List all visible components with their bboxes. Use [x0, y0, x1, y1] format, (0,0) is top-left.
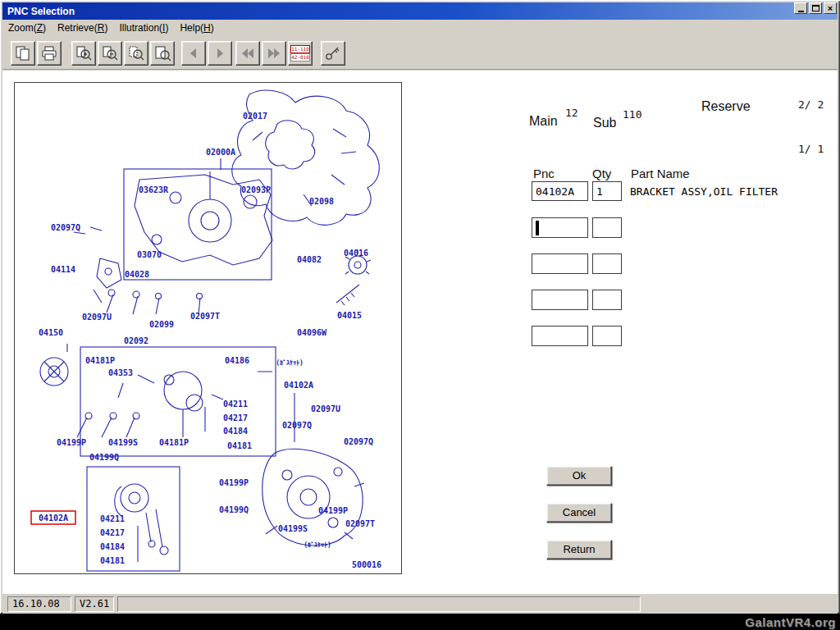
- window-title: PNC Selection: [7, 6, 75, 17]
- minimize-icon: [798, 11, 804, 12]
- first-page-button[interactable]: [235, 41, 260, 66]
- part-number-label[interactable]: 04184: [223, 427, 248, 436]
- part-number-label[interactable]: 04217: [100, 528, 125, 537]
- qty-input[interactable]: 1: [592, 181, 622, 201]
- menu-item-retrieve[interactable]: Retrieve(R): [52, 20, 113, 36]
- close-button[interactable]: ×: [824, 2, 837, 14]
- parts-diagram[interactable]: 0201702000A03623R02093P0209802097Q030700…: [14, 82, 402, 574]
- status-info: [117, 596, 641, 612]
- part-number-label[interactable]: 02092: [124, 336, 148, 345]
- main-value: 12: [565, 107, 578, 119]
- part-number-label[interactable]: 04102A: [284, 381, 313, 390]
- zoom-out-button[interactable]: [98, 41, 122, 66]
- part-number-label[interactable]: 04199S: [278, 524, 308, 533]
- next-page-button[interactable]: [208, 41, 232, 66]
- double-arrow-right-icon: [265, 44, 283, 62]
- part-number-label[interactable]: 04181P: [85, 356, 115, 365]
- qty-input[interactable]: [592, 253, 622, 274]
- part-number-label[interactable]: 04114: [51, 265, 75, 274]
- part-number-label[interactable]: 02097Q: [51, 223, 80, 232]
- ok-button[interactable]: Ok: [546, 466, 612, 486]
- pnc-input[interactable]: [532, 290, 588, 310]
- group-page-button[interactable]: 11-110 42-010: [288, 41, 313, 66]
- qty-input[interactable]: [592, 326, 622, 346]
- pnc-input[interactable]: [532, 326, 588, 346]
- part-number-label[interactable]: 500016: [352, 560, 381, 569]
- part-number-label[interactable]: 02093P: [241, 185, 271, 194]
- watermark-text: GalantVR4.org: [745, 615, 836, 629]
- part-number-label[interactable]: 04015: [337, 311, 362, 320]
- part-number-label[interactable]: 02097Q: [282, 421, 312, 430]
- part-number-label[interactable]: 04186: [225, 356, 249, 365]
- last-page-button[interactable]: [262, 41, 286, 66]
- print-icon: [40, 44, 58, 62]
- part-number-label[interactable]: 02017: [243, 112, 267, 121]
- part-number-label[interactable]: 04217: [223, 413, 248, 422]
- part-number-label[interactable]: 04181P: [159, 438, 189, 447]
- menu-item-zoom[interactable]: Zoom(Z): [2, 20, 52, 36]
- menu-item-help[interactable]: Help(H): [174, 20, 219, 36]
- part-number-label[interactable]: 04199P: [57, 438, 86, 447]
- part-number-label[interactable]: 02097T: [190, 312, 220, 321]
- menu-bar: Zoom(Z)Retrieve(R)Illutration(I)Help(H): [2, 20, 838, 36]
- qty-input[interactable]: [592, 217, 622, 238]
- pnc-value: 04102A: [536, 185, 574, 198]
- pnc-input[interactable]: [532, 217, 588, 238]
- part-number-label[interactable]: 04181: [100, 556, 125, 565]
- part-number-label[interactable]: 04211: [223, 399, 248, 409]
- pnc-input[interactable]: 04102A: [532, 181, 588, 201]
- previous-page-button[interactable]: [181, 41, 206, 66]
- illustration-select-button[interactable]: [11, 41, 35, 66]
- part-number-label[interactable]: 04199P: [219, 478, 249, 487]
- qty-input[interactable]: [592, 290, 622, 310]
- status-bar: 16.10.08 V2.61: [2, 593, 838, 614]
- part-number-label[interactable]: 04199S: [108, 438, 138, 447]
- part-number-label[interactable]: 02097T: [345, 519, 375, 528]
- part-number-label[interactable]: 04353: [108, 368, 133, 377]
- part-number-label[interactable]: 02098: [309, 197, 334, 206]
- part-number-label[interactable]: 04028: [125, 270, 149, 279]
- part-number-label[interactable]: 04096W: [297, 328, 327, 337]
- part-number-label[interactable]: 04150: [39, 328, 63, 337]
- part-number-label[interactable]: 04211: [100, 514, 125, 523]
- pages-icon: [14, 44, 32, 62]
- part-number-label[interactable]: 03623R: [139, 185, 169, 194]
- zoom-fit-button[interactable]: [150, 41, 175, 66]
- zoom-out-icon: [101, 44, 119, 62]
- sub-label: Sub: [593, 116, 616, 130]
- sub-value: 110: [623, 108, 641, 121]
- menu-item-illutration[interactable]: Illutration(I): [113, 20, 174, 36]
- reserve-count: 2/ 2: [798, 98, 824, 111]
- footer: GalantVR4.org: [0, 614, 840, 630]
- part-number-label[interactable]: 02097Q: [344, 437, 373, 446]
- zoom-in-button[interactable]: [71, 41, 96, 66]
- part-number-label[interactable]: (ｶﾞｽｹｯﾄ): [304, 541, 331, 549]
- qty-value: 1: [596, 185, 603, 198]
- part-number-label[interactable]: 04082: [297, 255, 322, 264]
- part-number-label[interactable]: 04016: [344, 249, 368, 258]
- title-bar[interactable]: PNC Selection: [2, 2, 838, 20]
- minimize-button[interactable]: [794, 2, 807, 14]
- part-number-label[interactable]: 02097U: [82, 313, 112, 322]
- part-number-label[interactable]: 04181: [227, 441, 252, 450]
- part-number-label[interactable]: 04199P: [318, 506, 348, 515]
- print-button[interactable]: [37, 41, 62, 66]
- part-number-label[interactable]: 02000A: [206, 148, 235, 157]
- part-number-label[interactable]: 04199Q: [219, 505, 249, 514]
- zoom-area-button[interactable]: [124, 41, 148, 66]
- tools-button[interactable]: [321, 41, 345, 66]
- part-number-label[interactable]: 02097U: [311, 404, 340, 413]
- maximize-button[interactable]: [809, 2, 822, 14]
- part-number-label[interactable]: 02099: [149, 320, 174, 329]
- pnc-input[interactable]: [532, 253, 588, 274]
- part-number-label[interactable]: 03070: [137, 250, 162, 259]
- part-number-label[interactable]: 04102A: [39, 514, 68, 523]
- cancel-button[interactable]: Cancel: [546, 503, 612, 523]
- double-arrow-left-icon: [239, 44, 257, 62]
- main-group-code: 11-110: [290, 45, 310, 53]
- return-button[interactable]: Return: [546, 540, 612, 559]
- part-number-label[interactable]: 04199Q: [89, 453, 119, 462]
- part-number-label[interactable]: (ｶﾞｽｹｯﾄ): [276, 359, 304, 367]
- part-number-label[interactable]: 04184: [100, 542, 125, 551]
- zoom-fit-icon: [153, 44, 171, 62]
